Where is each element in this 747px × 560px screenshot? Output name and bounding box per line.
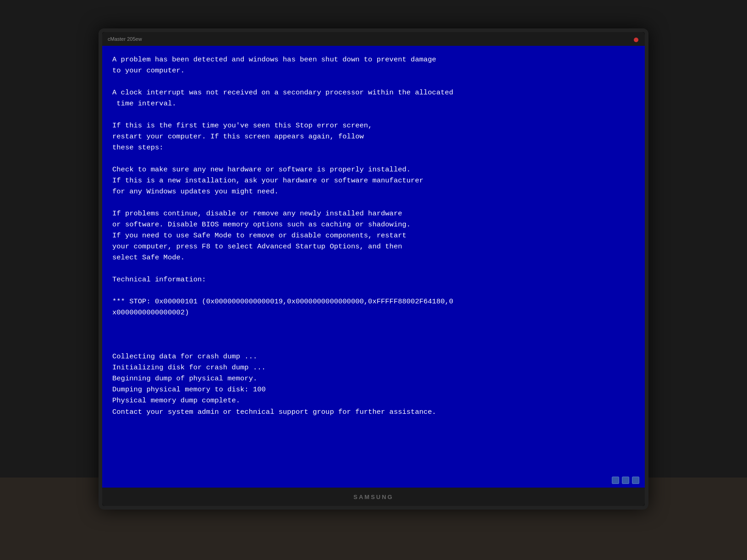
monitor-model-label: cMaster 205ew	[108, 36, 142, 42]
power-indicator	[634, 38, 638, 42]
bsod-line24: x0000000000000002)	[112, 308, 189, 317]
bsod-line31: Dumping physical memory to disk: 100	[112, 385, 266, 394]
bsod-line16: or software. Disable BIOS memory options…	[112, 220, 411, 229]
bsod-line13: for any Windows updates you might need.	[112, 187, 279, 196]
bsod-line33: Contact your system admin or technical s…	[112, 408, 436, 416]
bsod-line21: Technical information:	[112, 275, 206, 284]
corner-icons	[612, 477, 639, 484]
bsod-line15: If problems continue, disable or remove …	[112, 209, 402, 218]
bsod-content: A problem has been detected and windows …	[112, 54, 635, 417]
bsod-line5: time interval.	[112, 99, 176, 108]
monitor-brand-label: SAMSUNG	[353, 494, 393, 500]
corner-icon-3	[632, 477, 639, 484]
bsod-line2: to your computer.	[112, 66, 185, 75]
bsod-line17: If you need to use Safe Mode to remove o…	[112, 231, 406, 240]
corner-icon-1	[612, 477, 619, 484]
bsod-line12: If this is a new installation, ask your …	[112, 176, 423, 185]
bsod-line28: Collecting data for crash dump ...	[112, 352, 257, 361]
monitor-screen: A problem has been detected and windows …	[102, 46, 645, 488]
bsod-line30: Beginning dump of physical memory.	[112, 374, 257, 383]
bsod-line7: If this is the first time you've seen th…	[112, 121, 372, 130]
bsod-line8: restart your computer. If this screen ap…	[112, 132, 364, 141]
bsod-line29: Initializing disk for crash dump ...	[112, 363, 266, 372]
bsod-line19: select Safe Mode.	[112, 253, 185, 262]
bsod-line23: *** STOP: 0x00000101 (0x0000000000000019…	[112, 297, 453, 306]
monitor-bezel-top: cMaster 205ew	[102, 32, 645, 46]
bsod-line18: your computer, press F8 to select Advanc…	[112, 242, 402, 251]
bsod-line32: Physical memory dump complete.	[112, 396, 240, 405]
bsod-line1: A problem has been detected and windows …	[112, 55, 436, 64]
bsod-line4: A clock interrupt was not received on a …	[112, 88, 453, 97]
monitor: cMaster 205ew A problem has been detecte…	[99, 28, 648, 510]
bsod-line9: these steps:	[112, 143, 164, 152]
monitor-bezel-bottom: SAMSUNG	[102, 488, 645, 506]
corner-icon-2	[622, 477, 629, 484]
bsod-line11: Check to make sure any new hardware or s…	[112, 165, 411, 174]
